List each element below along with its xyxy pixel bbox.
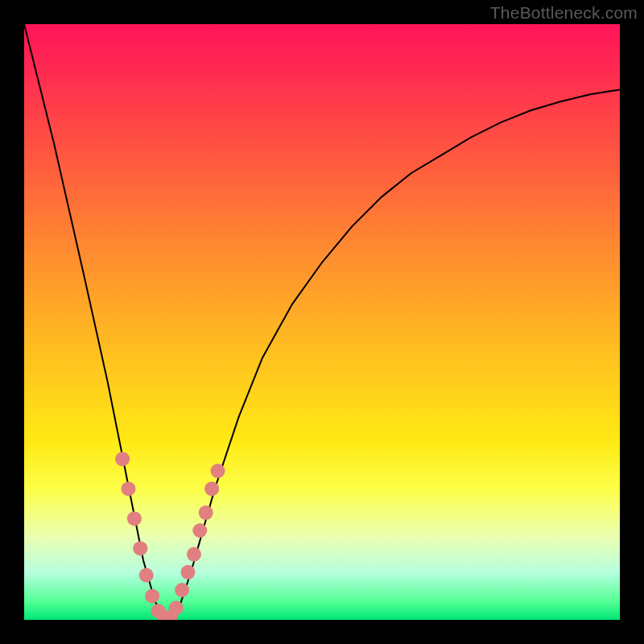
chart-frame: TheBottleneck.com <box>0 0 644 644</box>
highlight-dots <box>115 452 225 620</box>
highlight-dot <box>175 583 189 597</box>
highlight-dot <box>115 452 130 466</box>
bottleneck-curve-svg <box>24 24 620 620</box>
highlight-dot <box>133 541 147 555</box>
highlight-dot <box>122 481 136 496</box>
highlight-dot <box>211 464 225 478</box>
highlight-dot <box>199 506 213 520</box>
highlight-dot <box>181 565 196 580</box>
highlight-dot <box>169 601 184 615</box>
highlight-dot <box>204 481 219 496</box>
highlight-dot <box>139 568 154 583</box>
highlight-dot <box>127 511 142 526</box>
plot-area <box>24 24 620 620</box>
bottleneck-curve <box>24 24 620 620</box>
highlight-dot <box>192 523 207 538</box>
highlight-dot <box>145 588 159 603</box>
highlight-dot <box>187 547 201 562</box>
watermark-text: TheBottleneck.com <box>490 3 638 23</box>
